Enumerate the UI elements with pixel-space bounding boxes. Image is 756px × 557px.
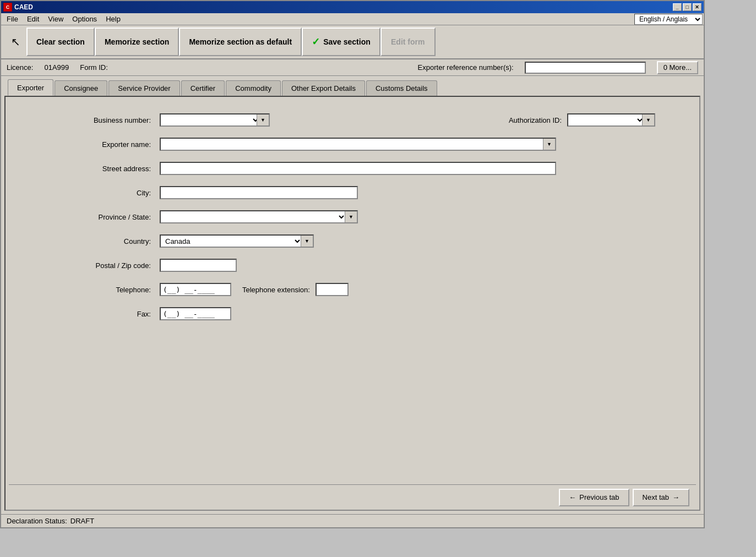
tab-customs-details[interactable]: Customs Details: [366, 80, 437, 96]
window-title: CAED: [14, 3, 673, 11]
province-state-select-wrapper: ▼: [160, 210, 358, 223]
cursor-area: ↖: [4, 35, 26, 48]
window-controls: _ □ ✕: [673, 3, 701, 11]
authorization-id-select-wrapper: ▼: [567, 113, 655, 127]
clear-section-button[interactable]: Clear section: [26, 28, 95, 56]
status-bar: Declaration Status: DRAFT: [1, 514, 704, 527]
declaration-status-label: Declaration Status:: [7, 517, 67, 525]
right-arrow-icon: →: [672, 493, 679, 501]
business-number-label: Business number:: [50, 116, 160, 124]
toolbar: ↖ Clear section Memorize section Memoriz…: [1, 25, 704, 59]
tab-commodity[interactable]: Commodity: [226, 80, 281, 96]
business-number-row: Business number: ▼ Authorization ID: ▼: [50, 113, 655, 127]
menu-bar: File Edit View Options Help English / An…: [1, 13, 704, 25]
tab-other-export-details[interactable]: Other Export Details: [282, 80, 365, 96]
form-id-label: Form ID:: [80, 63, 108, 72]
previous-tab-button[interactable]: ← Previous tab: [559, 489, 629, 506]
fax-input[interactable]: [160, 307, 231, 320]
tab-bar: Exporter Consignee Service Provider Cert…: [4, 76, 700, 96]
authorization-id-select[interactable]: [568, 114, 644, 125]
tab-exporter[interactable]: Exporter: [8, 79, 53, 96]
exporter-name-input[interactable]: [161, 139, 544, 150]
info-bar: Licence: 01A999 Form ID: Exporter refere…: [1, 59, 704, 76]
business-number-select[interactable]: [161, 114, 260, 125]
telephone-label: Telephone:: [50, 286, 160, 294]
postal-zip-input[interactable]: [160, 259, 237, 272]
postal-zip-label: Postal / Zip code:: [50, 261, 160, 270]
street-address-input[interactable]: [160, 162, 556, 175]
close-button[interactable]: ✕: [693, 3, 701, 11]
telephone-input[interactable]: [160, 283, 231, 296]
edit-form-button[interactable]: Edit form: [380, 28, 436, 56]
street-address-row: Street address:: [50, 162, 655, 175]
fax-label: Fax:: [50, 310, 160, 318]
memorize-default-button[interactable]: Memorize section as default: [179, 28, 302, 56]
language-selector[interactable]: English / Anglais French / Français: [634, 14, 703, 25]
checkmark-icon: ✓: [312, 36, 320, 48]
country-row: Country: Canada USA ▼: [50, 234, 655, 248]
declaration-status-value: DRAFT: [70, 517, 94, 525]
province-state-label: Province / State:: [50, 213, 160, 221]
save-section-button[interactable]: ✓ Save section: [302, 28, 380, 56]
title-bar: C CAED _ □ ✕: [1, 1, 704, 13]
bottom-nav-bar: ← Previous tab Next tab →: [9, 484, 696, 510]
form-content-border: Business number: ▼ Authorization ID: ▼: [4, 96, 700, 511]
country-arrow: ▼: [301, 236, 313, 247]
tab-service-provider[interactable]: Service Provider: [108, 80, 180, 96]
menu-file[interactable]: File: [2, 14, 23, 24]
telephone-ext-input[interactable]: [316, 283, 349, 296]
fax-row: Fax:: [50, 307, 655, 320]
exporter-name-arrow: ▼: [543, 139, 555, 150]
street-address-label: Street address:: [50, 165, 160, 173]
licence-value: 01A999: [44, 63, 69, 72]
telephone-row: Telephone: Telephone extension:: [50, 283, 655, 296]
authorization-id-label: Authorization ID:: [509, 116, 562, 124]
maximize-button[interactable]: □: [683, 3, 692, 11]
city-row: City:: [50, 186, 655, 199]
ref-input[interactable]: [525, 62, 646, 74]
ref-label: Exporter reference number(s):: [418, 63, 514, 72]
menu-options[interactable]: Options: [68, 14, 101, 24]
exporter-name-label: Exporter name:: [50, 140, 160, 149]
postal-zip-row: Postal / Zip code:: [50, 259, 655, 272]
form-area: Business number: ▼ Authorization ID: ▼: [6, 97, 699, 484]
language-dropdown[interactable]: English / Anglais French / Français: [634, 14, 703, 25]
main-window: C CAED _ □ ✕ File Edit View Options Help…: [0, 0, 705, 528]
tab-certifier[interactable]: Certifier: [181, 80, 225, 96]
province-state-row: Province / State: ▼: [50, 210, 655, 223]
city-label: City:: [50, 189, 160, 197]
province-state-select[interactable]: [161, 211, 346, 222]
memorize-section-button[interactable]: Memorize section: [95, 28, 179, 56]
tab-consignee[interactable]: Consignee: [55, 80, 107, 96]
telephone-ext-label: Telephone extension:: [242, 286, 310, 294]
licence-label: Licence:: [7, 63, 33, 72]
menu-view[interactable]: View: [43, 14, 68, 24]
menu-help[interactable]: Help: [101, 14, 125, 24]
country-select[interactable]: Canada USA: [161, 236, 302, 247]
next-tab-button[interactable]: Next tab →: [633, 489, 689, 506]
country-label: Country:: [50, 237, 160, 245]
tab-content-wrapper: Exporter Consignee Service Provider Cert…: [4, 76, 700, 511]
more-button[interactable]: 0 More...: [657, 61, 698, 74]
app-icon: C: [3, 3, 12, 12]
province-state-arrow: ▼: [345, 211, 357, 222]
exporter-name-select-wrapper: ▼: [160, 138, 556, 151]
exporter-name-row: Exporter name: ▼: [50, 138, 655, 151]
city-input[interactable]: [160, 186, 358, 199]
business-number-select-wrapper: ▼: [160, 113, 270, 127]
country-select-wrapper: Canada USA ▼: [160, 234, 314, 248]
left-arrow-icon: ←: [569, 493, 576, 501]
minimize-button[interactable]: _: [673, 3, 682, 11]
menu-edit[interactable]: Edit: [23, 14, 43, 24]
